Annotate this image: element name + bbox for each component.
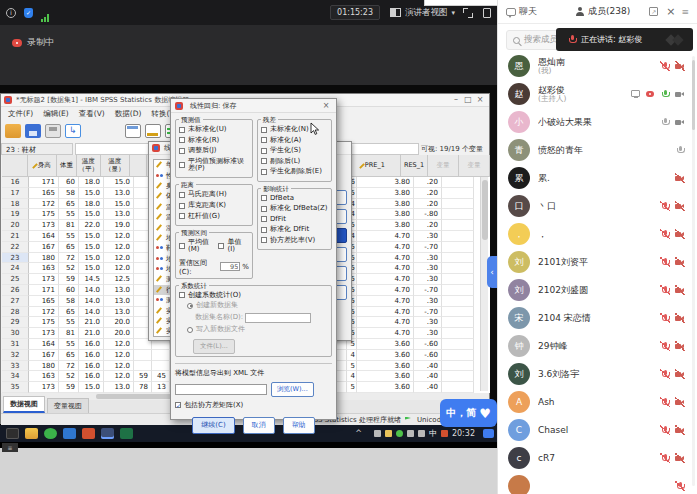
member-row[interactable]: 累 累. — [498, 164, 697, 192]
continue-button[interactable]: 继续(C) — [192, 417, 234, 434]
menu-item[interactable]: 编辑(E) — [38, 109, 74, 119]
row-number-cell[interactable]: 18 — [2, 199, 29, 210]
browse-button[interactable]: 浏览(W)... — [271, 382, 314, 397]
blue-app-icon[interactable] — [63, 428, 76, 439]
column-header[interactable]: PRE_1 — [346, 155, 401, 177]
labels-icon[interactable] — [145, 124, 161, 138]
tray-expand-icon[interactable]: ^ — [355, 429, 362, 438]
checkbox[interactable] — [179, 137, 185, 143]
checkbox[interactable] — [179, 213, 185, 219]
member-list-scrollbar[interactable] — [692, 56, 695, 486]
row-number-cell[interactable]: 33 — [2, 361, 29, 372]
row-number-cell[interactable]: 29 — [2, 317, 29, 328]
close-icon[interactable]: × — [320, 100, 332, 112]
checkbox-row[interactable]: 学生化剔除后(E) — [261, 168, 328, 175]
checkbox-row[interactable]: 库克距离(K) — [179, 202, 249, 209]
tray-app-icon[interactable] — [441, 430, 448, 437]
checkbox[interactable] — [179, 148, 185, 154]
column-header[interactable]: 温度（平） — [77, 155, 101, 177]
confidence-interval-input[interactable] — [220, 262, 240, 271]
row-number-cell[interactable]: 27 — [2, 296, 29, 307]
recall-icon[interactable] — [65, 124, 81, 138]
checkbox-row[interactable]: 杠杆值(G) — [179, 213, 249, 220]
member-row[interactable]: A Ash — [498, 388, 697, 416]
row-number-cell[interactable]: 26 — [2, 285, 29, 296]
radio-row[interactable]: 写入新数据文件 — [187, 326, 328, 333]
checkbox[interactable] — [179, 243, 185, 249]
minimize-button[interactable]: – — [450, 94, 462, 106]
member-row[interactable]: 小 小破站大果果 — [498, 108, 697, 136]
radio-row[interactable]: 创建新数据集 — [187, 302, 328, 309]
checkbox[interactable] — [179, 162, 185, 168]
menu-item[interactable]: 文件(F) — [3, 109, 38, 119]
row-number-cell[interactable]: 30 — [2, 328, 29, 339]
row-number-cell[interactable]: 25 — [2, 274, 29, 285]
window-mode-icon[interactable] — [483, 8, 491, 18]
row-number-cell[interactable]: 24 — [2, 263, 29, 274]
empty-column-header[interactable]: 变量 — [428, 155, 459, 177]
row-number-cell[interactable]: 35 — [2, 382, 29, 393]
view-mode-button[interactable]: 演讲者视图 — [405, 7, 448, 19]
find-icon[interactable] — [125, 124, 141, 138]
member-row[interactable]: 刘 2102刘盛圆 — [498, 276, 697, 304]
checkbox-row[interactable]: 学生化(S) — [261, 147, 328, 154]
member-row[interactable]: 宋 2104 宋恋情 — [498, 304, 697, 332]
checkbox-row[interactable]: 单值(I) — [218, 239, 243, 254]
checkbox-row[interactable]: 剔除后(L) — [261, 158, 328, 165]
checkbox-row[interactable]: DfBeta — [261, 195, 328, 202]
checkbox[interactable] — [261, 158, 267, 164]
spss-taskbar-icon[interactable] — [101, 428, 114, 439]
member-row[interactable]: 青 愤怒的青年 — [498, 136, 697, 164]
checkbox[interactable] — [261, 237, 267, 243]
checkbox[interactable] — [261, 169, 267, 175]
file-button[interactable]: 文件(L)... — [193, 339, 235, 354]
ime-indicator[interactable]: 中，简 ♥ — [440, 399, 497, 427]
row-number-cell[interactable]: 31 — [2, 339, 29, 350]
checkbox-row[interactable]: 标准化 DfBeta(Z) — [261, 205, 328, 212]
column-header[interactable]: 身高 — [28, 155, 57, 177]
print-icon[interactable] — [45, 124, 61, 138]
checkbox[interactable] — [179, 127, 185, 133]
menu-item[interactable]: 查看(V) — [74, 109, 110, 119]
checkbox-row[interactable]: 创建系数统计(O) — [179, 292, 328, 299]
checkbox-checked[interactable]: ✓ — [175, 402, 181, 408]
taskbar-chat-icon[interactable] — [483, 429, 494, 438]
checkbox-row[interactable]: 标准化(R) — [179, 137, 249, 144]
panel-collapse-handle[interactable]: ‹ — [487, 256, 497, 288]
cancel-button[interactable]: 取消 — [243, 417, 275, 434]
member-row[interactable]: 刘 2101刘资平 — [498, 248, 697, 276]
checkbox-row[interactable]: DfFit — [261, 216, 328, 223]
security-shield-icon[interactable]: ✓ — [24, 8, 33, 18]
undo-icon[interactable] — [85, 124, 101, 138]
row-number-cell[interactable]: 20 — [2, 220, 29, 231]
checkbox[interactable] — [261, 206, 267, 212]
redo-icon[interactable] — [105, 124, 121, 138]
checkbox[interactable] — [261, 195, 267, 201]
input-language-indicator[interactable]: 中 — [429, 428, 437, 439]
tab-members[interactable]: 成员(238) — [575, 5, 630, 18]
checkbox[interactable] — [179, 203, 185, 209]
info-icon[interactable]: i — [6, 8, 16, 18]
checkbox[interactable] — [218, 243, 224, 249]
member-row[interactable]: 口 丶口 — [498, 192, 697, 220]
column-header[interactable] — [130, 155, 147, 177]
member-row[interactable]: 恩 恩灿南 (我) — [498, 52, 697, 80]
checkbox-row[interactable]: 标准化(A) — [261, 137, 328, 144]
row-number-cell[interactable]: 32 — [2, 350, 29, 361]
taskbar-clock[interactable]: 20:32 — [452, 429, 475, 438]
checkbox[interactable] — [261, 137, 267, 143]
orange-app-icon[interactable] — [82, 428, 95, 439]
row-number-cell[interactable]: 16 — [2, 177, 29, 188]
tray-volume-icon[interactable] — [418, 430, 425, 437]
row-number-cell[interactable]: 21 — [2, 231, 29, 242]
close-button[interactable]: × — [474, 94, 486, 106]
maximize-button[interactable]: □ — [462, 94, 474, 106]
checkbox-row[interactable]: 未标准化(U) — [179, 126, 249, 133]
member-row[interactable]: ， ， — [498, 220, 697, 248]
chevron-down-icon[interactable]: ▾ — [451, 9, 455, 17]
dataset-name-input[interactable] — [245, 313, 311, 323]
scrollbar-thumb[interactable] — [482, 180, 488, 240]
row-number-cell[interactable]: 17 — [2, 188, 29, 199]
tray-phone-icon[interactable] — [374, 430, 381, 437]
checkbox-row[interactable]: 马氏距离(H) — [179, 191, 249, 198]
